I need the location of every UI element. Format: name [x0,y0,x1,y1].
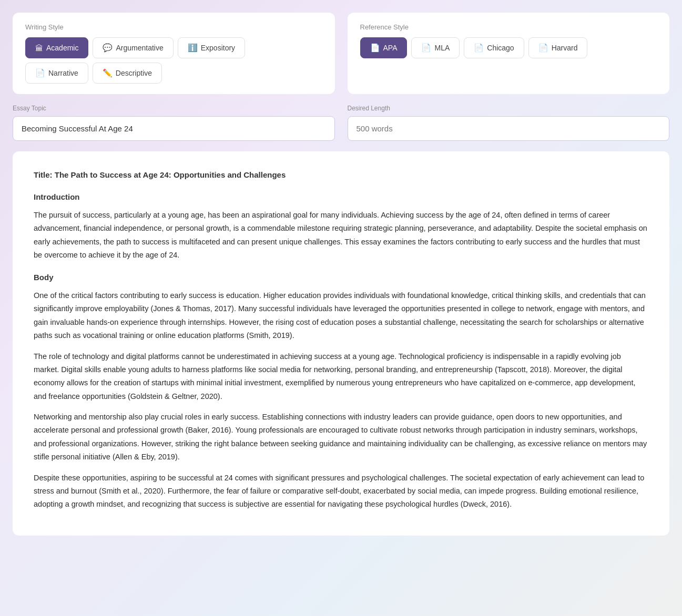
reference-style-buttons: 📄 APA 📄 MLA 📄 Chicago 📄 Harvard [360,37,657,58]
essay-topic-label: Essay Topic [13,105,335,112]
descriptive-icon: ✏️ [103,68,113,78]
writing-style-buttons: 🏛 Academic 💬 Argumentative ℹ️ Expository [25,37,322,58]
essay-paragraph-2: The role of technology and digital platf… [34,350,648,404]
writing-style-narrative[interactable]: 📄 Narrative [25,63,88,84]
desired-length-label: Desired Length [348,105,670,112]
apa-icon: 📄 [370,43,380,53]
essay-paragraph-1: One of the critical factors contributing… [34,289,648,343]
essay-title: Title: The Path to Success at Age 24: Op… [34,168,648,182]
essay-topic-input[interactable] [13,116,335,141]
narrative-icon: 📄 [35,68,45,78]
mla-icon: 📄 [421,43,431,53]
inputs-row: Essay Topic Desired Length [13,105,669,141]
reference-style-panel: Reference Style 📄 APA 📄 MLA 📄 Chicago 📄 … [348,13,670,94]
writing-style-argumentative[interactable]: 💬 Argumentative [93,37,173,58]
harvard-icon: 📄 [538,43,548,53]
writing-style-buttons-row2: 📄 Narrative ✏️ Descriptive [25,63,322,84]
body-heading: Body [34,271,648,284]
desired-length-input[interactable] [348,116,670,141]
desired-length-group: Desired Length [348,105,670,141]
writing-style-expository[interactable]: ℹ️ Expository [178,37,245,58]
introduction-heading: Introduction [34,190,648,204]
essay-paragraph-4: Despite these opportunities, aspiring to… [34,471,648,511]
argumentative-icon: 💬 [103,43,113,53]
essay-topic-group: Essay Topic [13,105,335,141]
writing-style-label: Writing Style [25,23,322,31]
reference-style-mla[interactable]: 📄 MLA [411,37,460,58]
writing-style-panel: Writing Style 🏛 Academic 💬 Argumentative… [13,13,335,94]
reference-style-label: Reference Style [360,23,657,31]
essay-paragraph-0: The pursuit of success, particularly at … [34,209,648,262]
writing-style-descriptive[interactable]: ✏️ Descriptive [93,63,162,84]
chicago-icon: 📄 [474,43,484,53]
expository-icon: ℹ️ [188,43,198,53]
academic-icon: 🏛 [35,44,43,53]
reference-style-harvard[interactable]: 📄 Harvard [528,37,588,58]
reference-style-apa[interactable]: 📄 APA [360,37,408,58]
essay-paragraph-3: Networking and mentorship also play cruc… [34,410,648,464]
essay-output: Title: The Path to Success at Age 24: Op… [13,151,669,536]
reference-style-chicago[interactable]: 📄 Chicago [464,37,524,58]
writing-style-academic[interactable]: 🏛 Academic [25,37,88,58]
